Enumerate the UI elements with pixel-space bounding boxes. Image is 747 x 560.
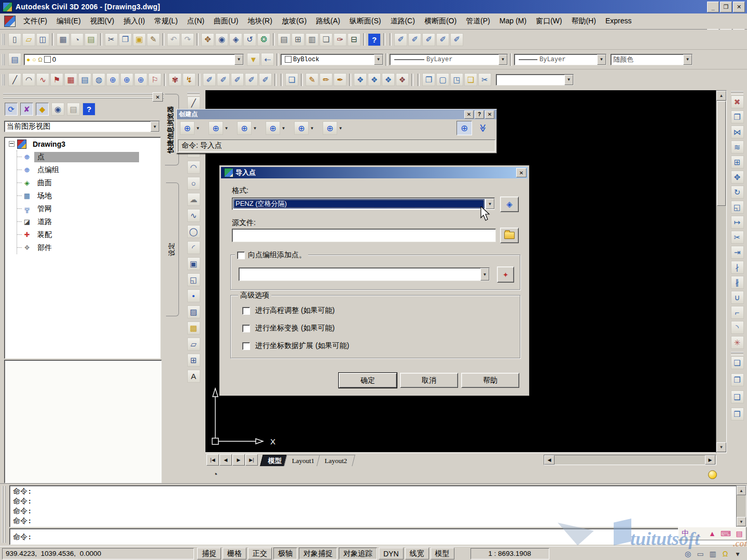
toggle-捕捉[interactable]: 捕捉 xyxy=(197,548,221,559)
redo-icon[interactable]: ↷ xyxy=(181,33,194,46)
browse-file-button[interactable] xyxy=(500,228,519,243)
document-icon[interactable] xyxy=(4,16,16,27)
menu-点n[interactable]: 点(N) xyxy=(183,15,209,28)
toolbar-grip[interactable] xyxy=(2,34,5,45)
ellipse-arc-icon[interactable]: ◜ xyxy=(187,241,200,254)
edit-drawing-1-icon[interactable]: ✎ xyxy=(306,73,319,86)
plot-style-combo[interactable]: 随颜色 ▼ xyxy=(611,54,693,65)
create-points-titlebar[interactable]: 创建点 ✕ ? ✕ xyxy=(177,109,496,119)
edit-table-icon[interactable]: ▤ xyxy=(78,73,91,86)
offset-icon[interactable]: ≋ xyxy=(731,141,744,153)
next-tab-button[interactable]: ▶ xyxy=(232,454,245,466)
erase-icon[interactable]: ✖ xyxy=(731,95,744,108)
break-icon[interactable]: ∦ xyxy=(731,276,744,289)
region-icon[interactable]: ▱ xyxy=(187,338,200,351)
pin-button[interactable]: ✕ xyxy=(464,110,474,119)
inquiry-tool-4-icon[interactable]: ✐ xyxy=(436,33,449,46)
menu-编辑e[interactable]: 编辑(E) xyxy=(52,15,86,28)
elevation-adjust-checkbox[interactable] xyxy=(242,307,250,315)
bring-to-front-icon[interactable]: ❏ xyxy=(731,356,744,369)
insert-block-icon[interactable]: ▣ xyxy=(187,257,200,270)
tree-item-部件[interactable]: ❖部件 xyxy=(17,241,160,254)
point-select-icon[interactable]: ⊕ xyxy=(134,73,147,86)
menu-纵断面s[interactable]: 纵断面(S) xyxy=(345,15,386,28)
toolbar-lock-icon[interactable]: Ω xyxy=(720,549,730,558)
menu-横断面o[interactable]: 横断面(O) xyxy=(420,15,461,28)
tool-palettes-icon[interactable]: ▥ xyxy=(306,33,319,46)
open-icon[interactable]: ▱ xyxy=(22,33,35,46)
explode-icon[interactable]: ✳ xyxy=(731,336,744,349)
miscellaneous-points-button[interactable]: ⊕ xyxy=(180,121,195,135)
coordinate-readout[interactable]: 939.4223, 1039.4536, 0.0000 xyxy=(2,548,194,559)
command-scrollbar[interactable]: ▲ ▼ xyxy=(736,485,746,527)
scroll-thumb[interactable] xyxy=(717,101,726,206)
ellipse-icon[interactable]: ◯ xyxy=(187,225,200,238)
event-viewer-icon[interactable]: ◆ xyxy=(36,103,49,116)
undo-icon[interactable]: ↶ xyxy=(167,33,180,46)
survey-tool-2-icon[interactable]: ✐ xyxy=(217,73,230,86)
point-group-combo[interactable]: ▼ xyxy=(239,268,490,281)
scale-icon[interactable]: ◱ xyxy=(731,201,744,214)
tree-item-曲面[interactable]: ◈曲面 xyxy=(17,176,160,189)
tabs-hscrollbar[interactable]: ◀ ▶ xyxy=(544,455,716,465)
menu-路线a[interactable]: 路线(A) xyxy=(311,15,345,28)
tree-item-点[interactable]: ⊕点 xyxy=(17,150,160,163)
cmd-scroll-down[interactable]: ▼ xyxy=(737,517,746,526)
lineweight-combo[interactable]: ByLayer ▼ xyxy=(514,54,606,65)
view-tool-2-icon[interactable]: ▢ xyxy=(436,73,449,86)
array-icon[interactable]: ⊞ xyxy=(731,156,744,169)
menu-文件f[interactable]: 文件(F) xyxy=(19,15,52,28)
status-bar-menu-icon[interactable]: ▾ xyxy=(732,549,743,558)
survey-tool-1-icon[interactable]: ✐ xyxy=(203,73,216,86)
intersection-points-button[interactable]: ⊕ xyxy=(209,121,223,135)
make-layer-current-icon[interactable]: ▼ xyxy=(247,53,260,66)
surface-points-dropdown-arrow[interactable]: ▼ xyxy=(252,122,258,134)
survey-tool-4-icon[interactable]: ✐ xyxy=(245,73,258,86)
toggle-正交[interactable]: 正交 xyxy=(248,548,272,559)
view-tool-5-icon[interactable]: ✂ xyxy=(478,73,491,86)
view-selector-combo[interactable]: 当前图形视图 ▼ xyxy=(4,121,160,132)
minimize-button[interactable]: _ xyxy=(707,2,719,12)
tab-settings[interactable]: 设定 xyxy=(166,183,179,316)
toggle-极轴[interactable]: 极轴 xyxy=(273,548,297,559)
view-tool-3-icon[interactable]: ◳ xyxy=(450,73,463,86)
source-file-input[interactable] xyxy=(232,229,496,242)
properties-icon[interactable]: ▤ xyxy=(278,33,290,46)
toolspace-close-button[interactable]: ✕ xyxy=(153,92,163,102)
compass-icon[interactable]: ◔ xyxy=(213,470,218,479)
tree-item-道路[interactable]: ◪道路 xyxy=(17,215,160,228)
zoom-previous-icon[interactable]: ↺ xyxy=(243,33,256,46)
make-block-icon[interactable]: ◱ xyxy=(187,273,200,286)
intersection-points-dropdown-arrow[interactable]: ▼ xyxy=(223,122,230,134)
tree-item-点编组[interactable]: ⊕点编组 xyxy=(17,163,160,176)
cmd-scroll-up[interactable]: ▲ xyxy=(737,486,746,495)
tree-item-场地[interactable]: ▦场地 xyxy=(17,189,160,202)
toolbar-grip[interactable] xyxy=(2,54,5,65)
interpolation-points-dropdown-arrow[interactable]: ▼ xyxy=(280,122,287,134)
dialog-close-button[interactable]: ✕ xyxy=(516,168,527,177)
toolspace-grip[interactable] xyxy=(3,92,164,100)
view-selector-arrow[interactable]: ▼ xyxy=(150,121,159,132)
last-tab-button[interactable]: ▶| xyxy=(245,454,258,466)
scale-readout[interactable]: 1 : 8693.1908 xyxy=(471,548,549,559)
tree-expander[interactable] xyxy=(9,141,15,147)
help-icon[interactable]: ? xyxy=(368,33,381,46)
inquiry-tool-3-icon[interactable]: ✐ xyxy=(422,33,435,46)
ok-button[interactable]: 确定 xyxy=(339,373,397,388)
menu-常规l[interactable]: 常规(L) xyxy=(149,15,182,28)
tree-item-装配[interactable]: ✚装配 xyxy=(17,228,160,241)
restore-button[interactable]: ❐ xyxy=(720,2,732,12)
color-combo[interactable]: ByBlock ▼ xyxy=(281,54,383,65)
quickcalc-icon[interactable]: ⊟ xyxy=(348,33,361,46)
first-tab-button[interactable]: |◀ xyxy=(206,454,219,466)
toggle-对象捕捉[interactable]: 对象捕捉 xyxy=(299,548,337,559)
bring-above-objects-icon[interactable]: ❑ xyxy=(731,390,744,403)
import-points-button[interactable]: ⊕ xyxy=(457,121,472,135)
circle-icon[interactable]: ○ xyxy=(187,177,200,190)
toggle-对象追踪[interactable]: 对象追踪 xyxy=(339,548,377,559)
color-combo-arrow[interactable]: ▼ xyxy=(374,54,383,65)
hscroll-right-button[interactable]: ▶ xyxy=(705,455,715,465)
add-to-group-checkbox[interactable] xyxy=(237,251,245,259)
publish-icon[interactable]: ▤ xyxy=(85,33,98,46)
toggle-线宽[interactable]: 线宽 xyxy=(405,548,429,559)
